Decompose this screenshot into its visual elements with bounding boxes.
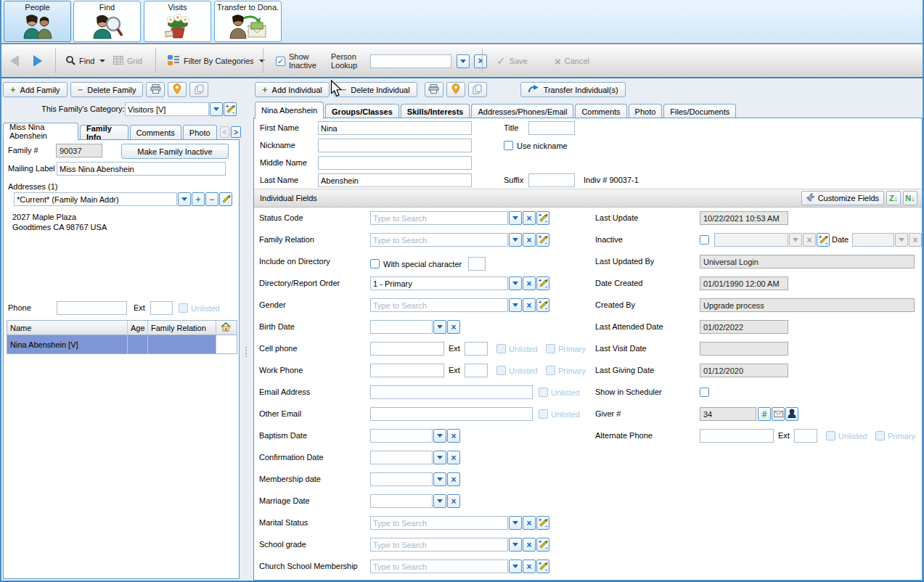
- alternate-primary-checkbox[interactable]: [875, 431, 885, 440]
- dropdown-button[interactable]: [433, 472, 446, 486]
- dropdown-button[interactable]: [895, 233, 908, 247]
- inactive-reason-input[interactable]: [714, 233, 788, 247]
- copy-button[interactable]: [189, 82, 208, 97]
- edit-list-button[interactable]: +-: [536, 516, 549, 530]
- title-input[interactable]: [528, 121, 575, 135]
- print-family-button[interactable]: [146, 82, 165, 97]
- middle-name-input[interactable]: [318, 156, 472, 170]
- module-button-find[interactable]: Find: [73, 1, 141, 42]
- add-family-button[interactable]: +Add Family: [3, 82, 68, 97]
- column-header-name[interactable]: Name: [7, 321, 128, 335]
- marriage-date-input[interactable]: [370, 494, 433, 508]
- address-edit-button[interactable]: [219, 192, 232, 206]
- clear-button[interactable]: ×: [447, 451, 460, 464]
- person-lookup-dropdown-button[interactable]: [457, 54, 470, 68]
- member-row[interactable]: Nina Abenshein [V]: [7, 335, 237, 353]
- edit-list-button[interactable]: +-: [817, 233, 830, 247]
- add-individual-button[interactable]: +Add Individual: [255, 82, 330, 97]
- alternate-phone-input[interactable]: [700, 429, 774, 443]
- alternate-phone-ext-input[interactable]: [794, 429, 817, 443]
- use-nickname-checkbox[interactable]: [504, 141, 513, 150]
- family-category-dropdown-button[interactable]: [210, 102, 223, 116]
- clear-button[interactable]: ×: [909, 233, 922, 247]
- address-selector-input[interactable]: [14, 192, 177, 206]
- school-grade-input[interactable]: [370, 538, 508, 552]
- family-category-input[interactable]: [125, 102, 209, 116]
- phone-ext-input[interactable]: [150, 301, 173, 315]
- phone-unlisted-checkbox[interactable]: [179, 303, 188, 313]
- giver-person-button[interactable]: [785, 407, 798, 421]
- dropdown-button[interactable]: [789, 233, 802, 247]
- sort-ascending-icon[interactable]: N↓: [903, 191, 917, 205]
- tab-files-documents[interactable]: Files/Documents: [663, 104, 736, 119]
- first-name-input[interactable]: [318, 121, 472, 135]
- inactive-date-input[interactable]: [852, 233, 894, 247]
- show-inactive-checkbox[interactable]: ✓: [276, 57, 285, 66]
- clear-button[interactable]: ×: [523, 516, 536, 530]
- column-header-family-relation[interactable]: Family Relation: [148, 321, 216, 335]
- delete-individual-button[interactable]: −Delete Individual: [334, 82, 417, 97]
- print-individual-button[interactable]: [425, 82, 443, 97]
- delete-family-button[interactable]: −Delete Family: [70, 82, 144, 97]
- column-header-home[interactable]: [216, 321, 235, 335]
- tab-scroll-left-button[interactable]: <: [220, 126, 230, 138]
- cancel-button[interactable]: × Cancel: [550, 49, 594, 73]
- tab-addresses-phones-email[interactable]: Addresses/Phones/Email: [471, 104, 573, 119]
- dropdown-button[interactable]: [433, 451, 446, 464]
- clear-button[interactable]: ×: [803, 233, 816, 247]
- show-in-scheduler-checkbox[interactable]: [700, 388, 709, 397]
- clear-button[interactable]: ×: [447, 494, 460, 508]
- tab-individual-photo[interactable]: Photo: [629, 104, 663, 119]
- family-category-edit-button[interactable]: +-: [224, 102, 237, 116]
- nav-forward-button[interactable]: [29, 49, 46, 73]
- alternate-unlisted-checkbox[interactable]: [826, 431, 835, 440]
- giver-hash-button[interactable]: #: [758, 407, 771, 421]
- address-delete-button[interactable]: −: [205, 192, 218, 206]
- address-add-button[interactable]: +: [192, 192, 205, 206]
- last-name-input[interactable]: [318, 173, 472, 187]
- module-button-visits[interactable]: Visits: [144, 1, 211, 42]
- module-button-transfer-to-donations[interactable]: Transfer to Dona.: [214, 1, 282, 42]
- map-pin-button[interactable]: [446, 82, 465, 97]
- giver-email-button[interactable]: [772, 407, 785, 421]
- dropdown-button[interactable]: [509, 538, 522, 552]
- mailing-label-input[interactable]: [57, 162, 226, 176]
- transfer-individuals-button[interactable]: Transfer Individual(s): [520, 82, 626, 97]
- phone-input[interactable]: [57, 301, 127, 315]
- dropdown-button[interactable]: [433, 494, 446, 508]
- column-header-age[interactable]: Age: [128, 321, 148, 335]
- inactive-checkbox[interactable]: [700, 235, 709, 245]
- panel-splitter[interactable]: [241, 78, 252, 581]
- tab-family-member[interactable]: Miss Nina Abenshein: [3, 123, 78, 140]
- save-button[interactable]: ✓ Save: [492, 49, 532, 73]
- nickname-input[interactable]: [318, 139, 472, 152]
- edit-list-button[interactable]: +-: [536, 538, 549, 552]
- map-pin-button[interactable]: [168, 82, 187, 97]
- show-inactive-toggle[interactable]: ✓ ShowInactive: [271, 49, 321, 73]
- person-lookup-clear-button[interactable]: ×: [474, 54, 487, 68]
- clear-button[interactable]: ×: [523, 538, 536, 552]
- tab-family-comments[interactable]: Comments: [130, 125, 181, 140]
- tab-skills-interests[interactable]: Skills/Interests: [401, 104, 470, 119]
- tab-family-photo[interactable]: Photo: [183, 125, 217, 140]
- tab-scroll-right-button[interactable]: >: [231, 126, 241, 138]
- nav-back-button[interactable]: [6, 49, 23, 73]
- membership-date-input[interactable]: [370, 472, 433, 486]
- person-lookup-input[interactable]: [370, 54, 451, 68]
- suffix-input[interactable]: [528, 173, 575, 187]
- tab-groups-classes[interactable]: Groups/Classes: [325, 104, 399, 119]
- tab-family-info[interactable]: Family Info: [80, 125, 128, 140]
- address-dropdown-button[interactable]: [178, 192, 191, 206]
- grid-button[interactable]: Grid: [109, 49, 147, 73]
- edit-list-button[interactable]: +-: [536, 560, 549, 573]
- church-school-membership-input[interactable]: [370, 560, 508, 573]
- sort-descending-icon[interactable]: Z↓: [886, 191, 901, 205]
- copy-button[interactable]: [468, 82, 487, 97]
- filter-by-categories-button[interactable]: Filter By Categories: [163, 49, 269, 73]
- clear-button[interactable]: ×: [523, 560, 536, 573]
- tab-individual-comments[interactable]: Comments: [575, 104, 626, 119]
- clear-button[interactable]: ×: [447, 472, 460, 486]
- make-family-inactive-button[interactable]: Make Family Inactive: [121, 144, 229, 159]
- confirmation-date-input[interactable]: [370, 451, 433, 464]
- find-button[interactable]: Find: [61, 49, 110, 73]
